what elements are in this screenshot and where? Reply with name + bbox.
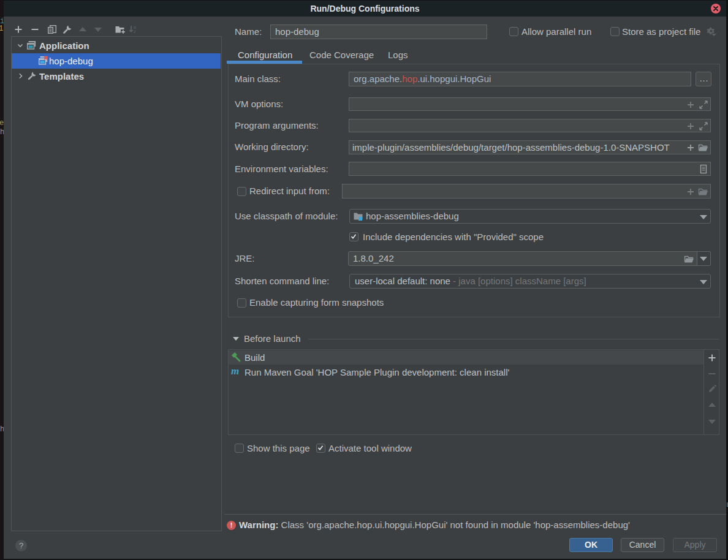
svg-text:z: z: [134, 29, 136, 34]
svg-text:a: a: [134, 25, 136, 29]
